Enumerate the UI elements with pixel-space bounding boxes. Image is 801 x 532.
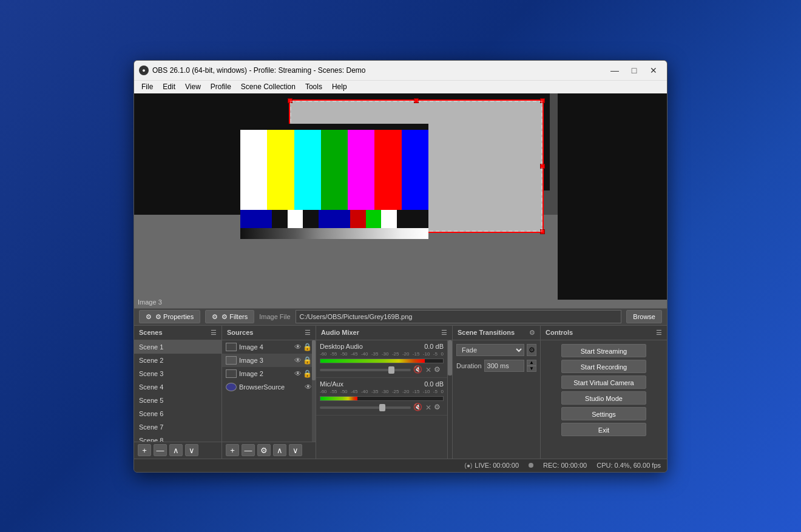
menu-file[interactable]: File xyxy=(137,81,158,92)
transition-settings-btn[interactable]: ⚙ xyxy=(527,344,536,356)
pluge-white2 xyxy=(381,210,397,228)
source-item-image2[interactable]: Image 2 👁 🔒 xyxy=(222,367,316,380)
properties-bar: ⚙ ⚙ Properties ⚙ ⚙ Filters Image File C:… xyxy=(134,308,667,325)
lock-icon-image2[interactable]: 🔒 xyxy=(303,369,312,378)
duration-up-button[interactable]: ▲ xyxy=(527,360,536,366)
controls-header: Controls ☰ xyxy=(541,326,667,340)
audio-scrollbar[interactable] xyxy=(447,340,452,459)
desktop-audio-settings-button[interactable]: ⚙ xyxy=(434,365,444,375)
live-time: LIVE: 00:00:00 xyxy=(475,462,519,469)
scene-item-2[interactable]: Scene 2 xyxy=(134,354,221,367)
transition-select[interactable]: Fade xyxy=(456,344,524,356)
start-virtual-camera-button[interactable]: Start Virtual Camera xyxy=(561,375,646,389)
lock-icon-image3[interactable]: 🔒 xyxy=(303,356,312,365)
desktop-audio-fader[interactable] xyxy=(320,369,411,371)
source-item-browsersource[interactable]: BrowserSource 👁 xyxy=(222,380,316,394)
title-bar: ● OBS 26.1.0 (64-bit, windows) - Profile… xyxy=(134,61,667,80)
visibility-icon-image3[interactable]: 👁 xyxy=(294,356,302,365)
audio-content: Desktop Audio 0.0 dB -60 -55 -50 -45 -40… xyxy=(316,340,452,459)
minimize-button[interactable]: — xyxy=(606,64,623,76)
menu-help[interactable]: Help xyxy=(327,81,352,92)
image-file-label: Image File xyxy=(259,313,290,320)
resize-handle-mr[interactable] xyxy=(540,164,545,169)
mic-aux-name: Mic/Aux xyxy=(320,380,343,388)
start-recording-button[interactable]: Start Recording xyxy=(561,360,646,373)
menu-tools[interactable]: Tools xyxy=(300,81,327,92)
sources-scrollbar[interactable] xyxy=(312,340,316,442)
add-source-button[interactable]: + xyxy=(226,444,239,456)
scene-item-1[interactable]: Scene 1 xyxy=(134,340,221,354)
desktop-audio-mute-button[interactable]: 🔇 xyxy=(413,365,423,375)
visibility-icon-image4[interactable]: 👁 xyxy=(294,343,302,351)
visibility-icon-browser[interactable]: 👁 xyxy=(305,383,312,391)
scene-item-5[interactable]: Scene 5 xyxy=(134,394,221,407)
scene-item-3[interactable]: Scene 3 xyxy=(134,367,221,380)
sources-menu-icon[interactable]: ☰ xyxy=(305,329,311,337)
move-scene-down-button[interactable]: ∨ xyxy=(185,444,198,456)
start-streaming-button[interactable]: Start Streaming xyxy=(561,344,646,357)
sources-label: Sources xyxy=(227,329,253,336)
remove-scene-button[interactable]: — xyxy=(154,444,167,456)
image-path-field[interactable]: C:/Users/OBS/Pictures/Grey169B.png xyxy=(296,310,622,323)
source-item-image4[interactable]: Image 4 👁 🔒 xyxy=(222,340,316,354)
visibility-icon-image2[interactable]: 👁 xyxy=(294,369,302,378)
move-source-down-button[interactable]: ∨ xyxy=(289,444,302,456)
audio-scrollbar-thumb[interactable] xyxy=(448,340,452,376)
resize-handle-tl[interactable] xyxy=(288,98,292,103)
menu-edit[interactable]: Edit xyxy=(158,81,180,92)
scenes-menu-icon[interactable]: ☰ xyxy=(211,329,217,337)
scene-item-6[interactable]: Scene 6 xyxy=(134,407,221,420)
mic-aux-fader-row: 🔇 ✕ ⚙ xyxy=(320,403,444,412)
mic-aux-mute-button[interactable]: 🔇 xyxy=(413,403,423,412)
duration-spinners: ▲ ▼ xyxy=(527,360,536,372)
scene-item-7[interactable]: Scene 7 xyxy=(134,420,221,434)
move-scene-up-button[interactable]: ∧ xyxy=(169,444,183,456)
exit-button[interactable]: Exit xyxy=(561,423,646,436)
menu-view[interactable]: View xyxy=(180,81,206,92)
studio-mode-button[interactable]: Studio Mode xyxy=(561,391,646,405)
mic-aux-fader[interactable] xyxy=(320,406,411,409)
scene-item-4[interactable]: Scene 4 xyxy=(134,380,221,394)
desktop-audio-db: 0.0 dB xyxy=(424,343,444,350)
source-thumb-image3 xyxy=(226,356,237,365)
remove-source-button[interactable]: — xyxy=(242,444,255,456)
resize-handle-br[interactable] xyxy=(540,229,545,234)
lock-icon-image4[interactable]: 🔒 xyxy=(303,343,312,351)
pluge-black1 xyxy=(272,210,288,228)
close-button[interactable]: ✕ xyxy=(645,64,662,76)
sources-panel: Sources ☰ Image 4 👁 🔒 Image 3 xyxy=(222,326,316,459)
properties-button[interactable]: ⚙ ⚙ Properties xyxy=(139,310,200,323)
filters-button[interactable]: ⚙ ⚙ Filters xyxy=(205,310,254,323)
add-scene-button[interactable]: + xyxy=(138,444,151,456)
source-settings-button[interactable]: ⚙ xyxy=(257,444,271,456)
color-bars xyxy=(240,130,428,210)
settings-button[interactable]: Settings xyxy=(561,407,646,420)
bg-dark-far-right-btm xyxy=(558,215,667,300)
pluge-blue xyxy=(240,210,272,228)
move-source-up-button[interactable]: ∧ xyxy=(273,444,286,456)
mic-aux-fader-thumb[interactable] xyxy=(379,404,385,411)
menu-scene-collection[interactable]: Scene Collection xyxy=(236,81,300,92)
browse-button[interactable]: Browse xyxy=(626,310,662,323)
scenes-label: Scenes xyxy=(139,329,163,336)
audio-mixer-menu-icon[interactable]: ☰ xyxy=(441,329,447,337)
rec-time: REC: 00:00:00 xyxy=(543,462,587,469)
duration-field[interactable]: 300 ms xyxy=(484,360,524,372)
maximize-button[interactable]: □ xyxy=(626,64,643,76)
desktop-audio-mute-x[interactable]: ✕ xyxy=(425,366,431,374)
desktop-audio-fader-thumb[interactable] xyxy=(388,366,394,374)
resize-handle-tr[interactable] xyxy=(540,98,545,103)
resize-handle-tc[interactable] xyxy=(414,98,419,103)
mic-aux-mute-x[interactable]: ✕ xyxy=(425,403,431,412)
test-card[interactable] xyxy=(240,124,428,239)
controls-menu-icon[interactable]: ☰ xyxy=(656,329,662,337)
source-item-image3[interactable]: Image 3 👁 🔒 xyxy=(222,354,316,367)
transitions-panel: Scene Transitions ⚙ Fade ⚙ Duration 300 … xyxy=(453,326,541,459)
menu-profile[interactable]: Profile xyxy=(206,81,236,92)
duration-down-button[interactable]: ▼ xyxy=(527,366,536,372)
preview-canvas[interactable]: Image 3 xyxy=(134,93,667,308)
transitions-settings-icon[interactable]: ⚙ xyxy=(529,329,535,337)
mic-aux-settings-button[interactable]: ⚙ xyxy=(434,403,444,412)
scene-item-8[interactable]: Scene 8 xyxy=(134,434,221,442)
sources-scrollbar-thumb[interactable] xyxy=(312,340,316,381)
